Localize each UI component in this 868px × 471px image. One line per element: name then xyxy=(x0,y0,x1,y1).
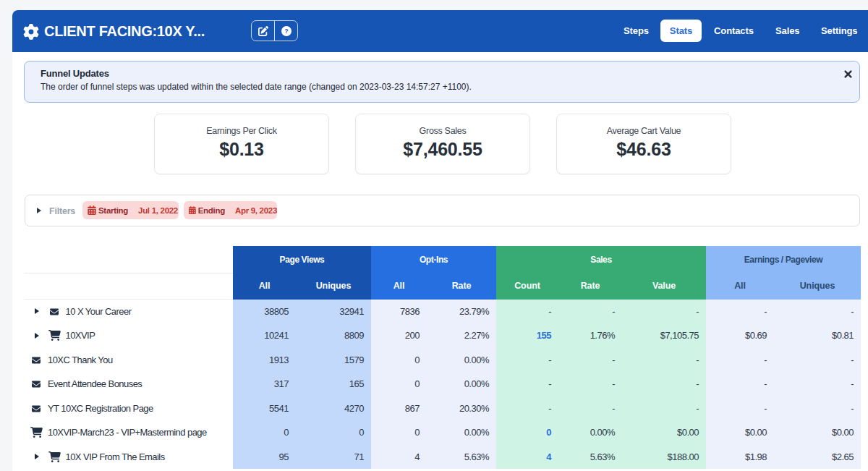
svg-text:?: ? xyxy=(284,27,288,34)
